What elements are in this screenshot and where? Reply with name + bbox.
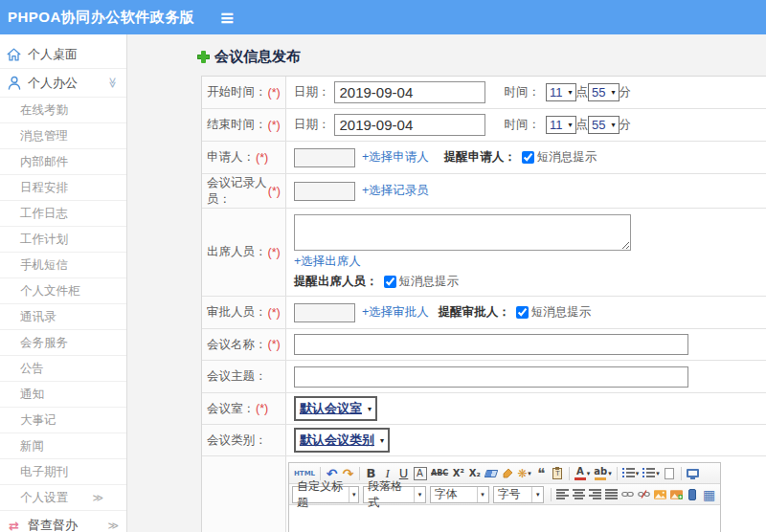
unlink-icon[interactable] xyxy=(636,486,652,503)
font-color-button[interactable]: A ▾ xyxy=(573,465,593,482)
meeting-category-select[interactable]: 默认会议类别▾ xyxy=(294,428,390,453)
meeting-name-input[interactable] xyxy=(294,334,688,355)
sidebar-item-label: 内部邮件 xyxy=(20,154,68,170)
sidebar-item-personal-file-cabinet[interactable]: 个人文件柜 xyxy=(0,278,126,304)
choose-applicant-link[interactable]: +选择申请人 xyxy=(362,149,429,166)
paste-plain-icon[interactable]: T xyxy=(550,465,566,482)
sidebar-item-supervision[interactable]: ⇄ 督查督办 ≫ xyxy=(0,511,126,532)
form-row-meeting-subject: 会议主题： xyxy=(202,361,766,393)
new-page-icon[interactable] xyxy=(662,465,678,482)
meeting-room-select[interactable]: 默认会议室▾ xyxy=(294,396,377,421)
sidebar-item-schedule[interactable]: 日程安排 xyxy=(0,175,126,201)
sidebar-item-internal-mail[interactable]: 内部邮件 xyxy=(0,149,126,175)
background-color-button[interactable]: ab ▾ xyxy=(592,465,613,482)
sidebar-item-message-management[interactable]: 消息管理 xyxy=(0,123,126,149)
sidebar-item-online-attendance[interactable]: 在线考勤 xyxy=(0,98,126,123)
unordered-list-button[interactable]: ▾ xyxy=(641,465,662,482)
font-family-select[interactable]: 字体▾ xyxy=(430,486,489,503)
font-size-select[interactable]: 字号▾ xyxy=(493,486,545,503)
sidebar-item-work-log[interactable]: 工作日志 xyxy=(0,201,126,227)
sidebar-item-e-journal[interactable]: 电子期刊 xyxy=(0,459,126,485)
dropdown-arrow-icon: ▾ xyxy=(368,405,372,413)
attendees-textarea[interactable] xyxy=(294,214,631,251)
insert-image-upload-icon[interactable] xyxy=(668,486,685,503)
insert-table-icon[interactable]: ▦ xyxy=(701,486,717,503)
custom-title-select[interactable]: 自定义标题▾ xyxy=(292,486,359,503)
superscript-button[interactable]: X² xyxy=(450,465,466,482)
strikethrough-button[interactable]: ABC xyxy=(429,465,450,482)
chevron-right-icon: ≫ xyxy=(92,492,103,504)
date-label: 日期： xyxy=(294,117,330,133)
end-minute-select[interactable]: 55▾ xyxy=(588,116,619,134)
align-center-icon[interactable] xyxy=(571,486,587,503)
hamburger-menu-icon[interactable]: ≡ xyxy=(219,9,235,27)
sidebar-item-label: 会务服务 xyxy=(20,335,68,351)
remind-approver-checkbox[interactable] xyxy=(516,306,529,319)
dropdown-arrow-icon: ▾ xyxy=(656,470,660,477)
paragraph-format-select[interactable]: 段落格式▾ xyxy=(363,486,425,503)
label-text: 出席人员： xyxy=(207,244,267,260)
dropdown-arrow-icon: ▾ xyxy=(477,487,488,502)
shuffle-icon: ⇄ xyxy=(6,518,22,532)
applicant-input[interactable] xyxy=(294,148,355,167)
sidebar-item-notice[interactable]: 通知 xyxy=(0,382,126,408)
auto-typeset-button[interactable]: ❋▾ xyxy=(515,465,533,482)
approver-input[interactable] xyxy=(294,303,355,322)
start-minute-select[interactable]: 55▾ xyxy=(588,83,619,101)
remind-attendees-checkbox[interactable] xyxy=(384,276,396,288)
sidebar-item-label: 手机短信 xyxy=(20,257,68,274)
dropdown-arrow-icon: ▾ xyxy=(531,487,543,502)
sidebar-item-personal-office[interactable]: 个人办公 ≫ xyxy=(0,69,126,98)
align-justify-icon[interactable] xyxy=(603,486,620,503)
choose-attendees-link[interactable]: +选择出席人 xyxy=(294,255,361,268)
hour-unit: 点 xyxy=(576,117,589,133)
form-row-start-time: 开始时间： (*) 日期： 时间： 11▾ 点 55▾ 分 xyxy=(202,77,766,109)
subscript-button[interactable]: X₂ xyxy=(466,465,483,482)
font-border-button[interactable]: A xyxy=(412,465,429,482)
sidebar-item-contacts[interactable]: 通讯录 xyxy=(0,304,126,330)
sidebar-item-label: 督查督办 xyxy=(28,517,78,532)
sidebar-item-label: 公告 xyxy=(20,361,44,377)
end-hour-select[interactable]: 11▾ xyxy=(546,116,576,134)
choose-recorder-link[interactable]: +选择记录员 xyxy=(362,183,429,199)
sidebar-item-announcement[interactable]: 公告 xyxy=(0,356,126,382)
end-date-input[interactable] xyxy=(334,114,485,136)
sidebar-item-label: 个人文件柜 xyxy=(20,283,80,299)
blockquote-button[interactable]: ❝ xyxy=(533,465,550,482)
sidebar-item-mobile-sms[interactable]: 手机短信 xyxy=(0,253,126,278)
sms-hint-label: 短消息提示 xyxy=(537,149,597,166)
label-text: 开始时间： xyxy=(207,84,267,100)
sidebar-item-work-plan[interactable]: 工作计划 xyxy=(0,227,126,253)
form-row-recorder: 会议记录人员： (*) +选择记录员 xyxy=(202,174,766,209)
attachment-icon[interactable] xyxy=(685,486,701,503)
remind-applicant-checkbox[interactable] xyxy=(522,151,534,164)
ordered-list-button[interactable]: ▾ xyxy=(620,465,642,482)
format-brush-icon[interactable] xyxy=(499,465,515,482)
start-hour-select[interactable]: 11▾ xyxy=(546,83,576,101)
remove-format-eraser-icon[interactable] xyxy=(483,465,499,482)
fullscreen-monitor-icon[interactable] xyxy=(685,465,701,482)
required-mark: (*) xyxy=(268,185,281,198)
sidebar-item-meeting-services[interactable]: 会务服务 xyxy=(0,330,126,356)
meeting-subject-input[interactable] xyxy=(294,366,688,388)
sidebar-item-personal-desktop[interactable]: 个人桌面 xyxy=(0,40,126,69)
field-label: 结束时间： (*) xyxy=(202,109,286,141)
sidebar-item-label: 电子期刊 xyxy=(20,464,68,480)
form-row-meeting-room: 会议室： (*) 默认会议室▾ xyxy=(202,393,766,425)
link-icon[interactable] xyxy=(620,486,636,503)
time-label: 时间： xyxy=(505,117,541,133)
sidebar-item-personal-settings[interactable]: 个人设置 ≫ xyxy=(0,485,126,511)
sidebar-item-memorabilia[interactable]: 大事记 xyxy=(0,408,126,433)
form-row-approver: 审批人员： (*) +选择审批人 提醒审批人： 短消息提示 xyxy=(202,297,766,329)
align-left-icon[interactable] xyxy=(554,486,571,503)
insert-image-icon[interactable] xyxy=(652,486,668,503)
choose-approver-link[interactable]: +选择审批人 xyxy=(362,304,429,321)
align-right-icon[interactable] xyxy=(587,486,603,503)
start-date-input[interactable] xyxy=(334,81,485,103)
chevron-down-icon[interactable]: ≫ xyxy=(107,78,120,89)
editor-content-area[interactable] xyxy=(289,505,720,532)
sidebar-item-news[interactable]: 新闻 xyxy=(0,433,126,459)
main-content: 会议信息发布 开始时间： (*) 日期： 时间： 11▾ 点 55▾ 分 xyxy=(128,34,766,532)
recorder-input[interactable] xyxy=(294,182,355,201)
label-text: 会议类别： xyxy=(207,432,267,449)
